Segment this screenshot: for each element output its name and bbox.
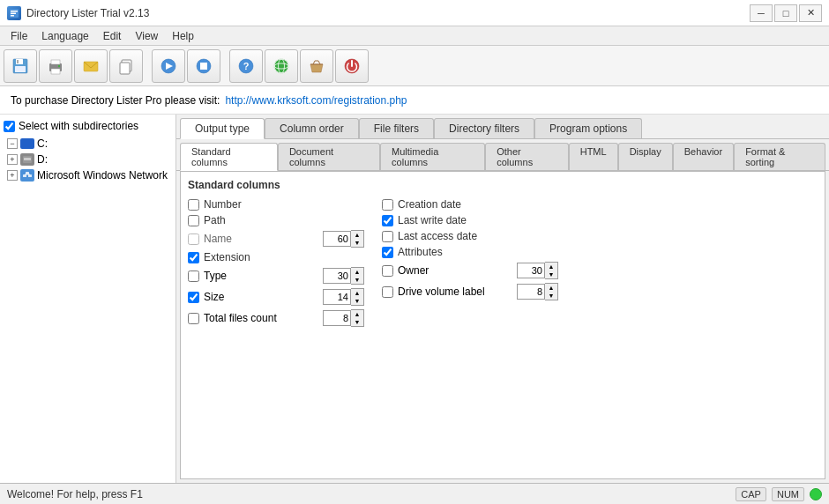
web-icon: [272, 56, 291, 76]
web-button[interactable]: [265, 49, 298, 83]
tab-document-columns[interactable]: Document columns: [278, 143, 380, 170]
attributes-label[interactable]: Attributes: [398, 246, 443, 258]
attributes-checkbox[interactable]: [382, 247, 393, 258]
tab-file-filters[interactable]: File filters: [359, 118, 434, 138]
save-button[interactable]: [4, 49, 37, 83]
type-checkbox[interactable]: [188, 271, 199, 282]
email-button[interactable]: [74, 49, 108, 83]
number-checkbox[interactable]: [188, 199, 199, 211]
size-label[interactable]: Size: [204, 291, 224, 303]
last-access-date-label[interactable]: Last access date: [398, 230, 477, 242]
size-checkbox[interactable]: [188, 292, 199, 303]
drive-d-icon: [20, 153, 34, 166]
subdirectories-label[interactable]: Select with subdirectories: [19, 120, 138, 132]
purchase-link[interactable]: http://www.krksoft.com/registration.php: [225, 94, 407, 107]
tab-other-columns[interactable]: Other columns: [485, 143, 569, 170]
drive-volume-spin-up[interactable]: ▲: [545, 284, 557, 292]
tab-column-order[interactable]: Column order: [265, 118, 359, 138]
drive-volume-label[interactable]: Drive volume label: [398, 285, 485, 298]
menu-view[interactable]: View: [128, 28, 165, 44]
owner-checkbox[interactable]: [382, 265, 393, 277]
menu-edit[interactable]: Edit: [96, 28, 129, 44]
name-label[interactable]: Name: [204, 233, 232, 245]
right-panel: Output type Column order File filters Di…: [176, 115, 829, 483]
name-checkbox[interactable]: [188, 233, 199, 245]
total-files-spin-down[interactable]: ▼: [351, 318, 363, 326]
size-spin-up[interactable]: ▲: [351, 289, 363, 297]
type-spin-down[interactable]: ▼: [351, 276, 363, 284]
tree-expand-d[interactable]: +: [7, 154, 18, 165]
subdirectories-checkbox[interactable]: [4, 121, 15, 132]
name-spin-down[interactable]: ▼: [351, 239, 363, 247]
tree-item-d[interactable]: + D:: [4, 152, 172, 167]
stop-button[interactable]: [187, 49, 220, 83]
tab-output-type[interactable]: Output type: [180, 118, 265, 139]
menu-help[interactable]: Help: [165, 28, 201, 44]
last-access-date-checkbox[interactable]: [382, 231, 393, 242]
name-row-inner: Name ▲ ▼: [188, 230, 364, 248]
owner-spin-down[interactable]: ▼: [545, 271, 557, 278]
tree-expand-network[interactable]: +: [7, 170, 18, 181]
creation-date-checkbox[interactable]: [382, 199, 393, 211]
creation-date-label[interactable]: Creation date: [398, 198, 461, 211]
app-icon: [7, 6, 21, 20]
type-spin-input[interactable]: [323, 268, 351, 284]
copy-button[interactable]: [109, 49, 143, 83]
owner-row-inner: Owner ▲ ▼: [382, 262, 558, 279]
size-row-inner: Size ▲ ▼: [188, 288, 364, 306]
number-label[interactable]: Number: [204, 198, 242, 211]
tab-program-options[interactable]: Program options: [534, 118, 642, 138]
drive-c-icon: [20, 138, 34, 149]
name-spin-input[interactable]: [323, 231, 351, 247]
maximize-button[interactable]: □: [774, 4, 797, 22]
extension-label[interactable]: Extension: [204, 251, 250, 263]
tab-behavior[interactable]: Behavior: [673, 143, 734, 170]
tab-format-sorting[interactable]: Format & sorting: [734, 143, 825, 170]
total-files-spin-up[interactable]: ▲: [351, 310, 363, 318]
drive-volume-checkbox[interactable]: [382, 286, 393, 298]
owner-spin-up[interactable]: ▲: [545, 263, 557, 271]
status-bar: Welcome! For help, press F1 CAP NUM: [0, 483, 829, 504]
path-checkbox[interactable]: [188, 215, 199, 226]
svg-point-11: [58, 64, 60, 66]
play-button[interactable]: [152, 49, 185, 83]
extension-checkbox[interactable]: [188, 252, 199, 263]
content-area: Standard columns Number Path: [180, 171, 825, 479]
tab-directory-filters[interactable]: Directory filters: [434, 118, 534, 138]
play-icon: [159, 56, 178, 76]
last-write-date-checkbox[interactable]: [382, 215, 393, 226]
tab-html[interactable]: HTML: [569, 143, 618, 170]
total-files-spin-input[interactable]: [323, 310, 351, 326]
purchase-bar: To purchase Directory Lister Pro please …: [0, 86, 829, 115]
last-access-date-row: Last access date: [382, 228, 558, 244]
email-icon: [81, 56, 101, 76]
path-label[interactable]: Path: [204, 214, 226, 226]
tree-expand-c[interactable]: −: [7, 138, 18, 149]
name-spin-up[interactable]: ▲: [351, 231, 363, 239]
owner-spin-input[interactable]: [517, 263, 545, 278]
last-write-date-label[interactable]: Last write date: [398, 214, 467, 226]
size-spin-down[interactable]: ▼: [351, 297, 363, 305]
tab-multimedia-columns[interactable]: Multimedia columns: [380, 143, 485, 170]
size-spin-input[interactable]: [323, 289, 351, 305]
owner-label[interactable]: Owner: [398, 264, 429, 277]
power-button[interactable]: [335, 49, 369, 83]
print-button[interactable]: [39, 49, 72, 83]
total-files-label[interactable]: Total files count: [204, 312, 277, 324]
type-label[interactable]: Type: [204, 270, 227, 282]
menu-language[interactable]: Language: [34, 28, 95, 44]
menu-file[interactable]: File: [4, 28, 34, 44]
close-button[interactable]: ✕: [799, 4, 822, 22]
tab-display[interactable]: Display: [618, 143, 673, 170]
minimize-button[interactable]: ─: [750, 4, 773, 22]
drive-volume-spin-down[interactable]: ▼: [545, 292, 557, 300]
tab-row-2: Standard columns Document columns Multim…: [176, 139, 829, 171]
tab-standard-columns[interactable]: Standard columns: [180, 143, 278, 171]
drive-volume-spin-input[interactable]: [517, 284, 545, 300]
tree-item-network[interactable]: + Microsoft Windows Network: [4, 167, 172, 183]
basket-button[interactable]: [300, 49, 333, 83]
type-spin-up[interactable]: ▲: [351, 268, 363, 276]
tree-item-c[interactable]: − C:: [4, 136, 172, 152]
total-files-checkbox[interactable]: [188, 313, 199, 324]
help-button[interactable]: ?: [229, 49, 263, 83]
